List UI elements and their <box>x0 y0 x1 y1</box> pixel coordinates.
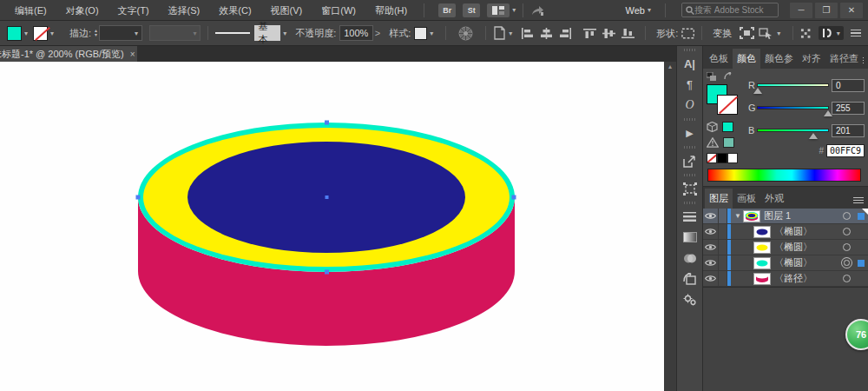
visibility-eye-icon[interactable] <box>703 240 719 255</box>
character-panel-icon[interactable]: A| <box>680 54 700 73</box>
green-slider-track[interactable] <box>757 106 829 109</box>
close-button[interactable]: ✕ <box>840 3 863 18</box>
gradient-panel-icon[interactable] <box>680 228 700 247</box>
closest-web-color-swatch[interactable] <box>722 122 733 132</box>
target-circle-icon[interactable] <box>843 212 851 220</box>
symbols-panel-icon[interactable] <box>680 269 700 288</box>
variable-width-profile-dropdown[interactable]: ▾ <box>149 25 201 41</box>
object-thumbnail[interactable] <box>753 226 771 238</box>
chevron-down-icon[interactable]: ▾ <box>24 30 28 37</box>
tab-close-icon[interactable]: × <box>130 50 135 59</box>
out-of-web-warning[interactable] <box>707 120 746 133</box>
layer-row-ellipse-teal[interactable]: 〈椭圆〉 <box>703 255 868 271</box>
export-panel-icon[interactable] <box>680 151 700 170</box>
chevron-down-icon[interactable]: ▾ <box>50 30 54 37</box>
object-name[interactable]: 〈椭圆〉 <box>774 256 844 269</box>
hex-value-field[interactable]: 00FFC9 <box>826 144 865 157</box>
stock-search-box[interactable] <box>681 3 779 17</box>
tab-appearance[interactable]: 外观 <box>760 189 788 209</box>
lock-cell[interactable] <box>719 240 727 255</box>
select-similar-dropdown[interactable]: ▾ <box>759 27 780 39</box>
tab-pathfinder[interactable]: 路径查 <box>825 49 863 69</box>
style-swatch[interactable] <box>414 27 427 40</box>
menu-object[interactable]: 对象(O) <box>56 0 108 21</box>
minimize-button[interactable]: ─ <box>790 3 812 18</box>
object-thumbnail[interactable] <box>753 257 771 269</box>
object-thumbnail[interactable] <box>753 242 771 254</box>
arrange-documents-button[interactable] <box>487 3 510 17</box>
panel-grip[interactable] <box>684 202 696 204</box>
panel-grip[interactable] <box>684 174 696 176</box>
align-h-center-icon[interactable] <box>540 28 553 39</box>
stroke-none-swatch[interactable] <box>33 26 48 41</box>
menu-help[interactable]: 帮助(H) <box>365 0 417 21</box>
align-left-icon[interactable] <box>521 28 534 39</box>
brush-basic-label[interactable]: 基本 <box>254 25 281 41</box>
green-slider-handle[interactable] <box>824 110 832 116</box>
none-swatch[interactable] <box>707 153 717 163</box>
share-icon[interactable] <box>530 4 544 17</box>
tab-artboards[interactable]: 画板 <box>733 189 760 209</box>
shape-widget-icon[interactable] <box>681 28 694 39</box>
menu-select[interactable]: 选择(S) <box>159 0 210 21</box>
panel-menu-icon[interactable] <box>853 197 864 203</box>
align-top-icon[interactable] <box>583 28 596 39</box>
blue-slider-track[interactable] <box>757 129 829 132</box>
chevron-down-icon[interactable]: ▾ <box>509 30 512 37</box>
selection-square[interactable] <box>858 260 865 267</box>
stock-button[interactable]: St <box>463 3 480 17</box>
paragraph-panel-icon[interactable]: ¶ <box>680 75 700 94</box>
object-name[interactable]: 〈路径〉 <box>774 272 843 285</box>
lock-cell[interactable] <box>719 224 727 239</box>
control-bar-menu-icon[interactable] <box>851 30 861 37</box>
graphic-style-dropdown[interactable]: ▾ <box>414 27 433 40</box>
workspace-switcher[interactable]: Web ▾ <box>619 3 658 17</box>
closest-cmyk-color-swatch[interactable] <box>723 137 734 148</box>
align-bottom-icon[interactable] <box>621 28 635 39</box>
anchor-left[interactable] <box>136 196 141 200</box>
stroke-color-control[interactable]: ▾ <box>33 26 54 41</box>
visibility-eye-icon[interactable] <box>703 271 719 286</box>
search-input[interactable] <box>694 5 774 15</box>
blue-value-field[interactable]: 201 <box>832 124 865 137</box>
tab-color[interactable]: 颜色 <box>733 49 760 69</box>
red-slider-handle[interactable] <box>753 88 762 94</box>
menu-view[interactable]: 视图(V) <box>261 0 312 21</box>
opentype-panel-icon[interactable]: O <box>680 96 700 115</box>
visibility-eye-icon[interactable] <box>703 255 719 270</box>
anchor-bottom[interactable] <box>325 270 329 275</box>
target-circle-targeted-icon[interactable] <box>844 260 850 266</box>
stroke-weight-stepper[interactable]: ▴▾ <box>95 29 97 37</box>
transparency-panel-icon[interactable] <box>680 249 700 268</box>
white-swatch[interactable] <box>727 153 738 163</box>
opacity-field[interactable]: 100% <box>339 25 373 41</box>
layer-row-ellipse-yellow[interactable]: 〈椭圆〉 <box>703 240 868 255</box>
black-swatch[interactable] <box>717 153 727 163</box>
target-circle-icon[interactable] <box>843 228 851 235</box>
out-of-gamut-warning[interactable] <box>707 136 746 149</box>
document-tab[interactable]: 未标题-1* @ 200% (RGB/预览) × <box>0 46 137 62</box>
vertical-scrollbar[interactable]: ▴ <box>664 62 676 391</box>
menu-window[interactable]: 窗口(W) <box>312 0 365 21</box>
color-spectrum-bar[interactable] <box>707 169 861 182</box>
scroll-up-icon[interactable]: ▴ <box>668 62 672 72</box>
blue-slider-handle[interactable] <box>809 133 818 139</box>
artboard-canvas[interactable] <box>0 62 664 391</box>
anchor-right[interactable] <box>512 196 516 200</box>
bridge-button[interactable]: Br <box>438 3 456 17</box>
panel-grip[interactable] <box>684 146 696 149</box>
fill-color-swatch[interactable] <box>7 26 22 41</box>
layer-thumbnail[interactable] <box>743 210 760 222</box>
expand-chevron-icon[interactable]: ▼ <box>733 212 743 220</box>
brush-definition-dropdown[interactable]: 基本 ▾ <box>215 25 286 41</box>
chevron-down-icon[interactable]: ▾ <box>430 30 433 37</box>
red-value-field[interactable]: 0 <box>832 79 865 92</box>
panel-menu-icon[interactable] <box>863 57 864 63</box>
panel-options-button[interactable]: ▾ <box>819 26 844 40</box>
document-setup-button[interactable]: ▾ <box>493 26 512 40</box>
menu-type[interactable]: 文字(T) <box>108 0 159 21</box>
lock-cell[interactable] <box>719 209 727 223</box>
layer-name[interactable]: 图层 1 <box>764 209 843 222</box>
transform-button[interactable]: 变换 <box>713 27 732 40</box>
stroke-weight-dropdown[interactable]: ▾ <box>99 25 142 41</box>
